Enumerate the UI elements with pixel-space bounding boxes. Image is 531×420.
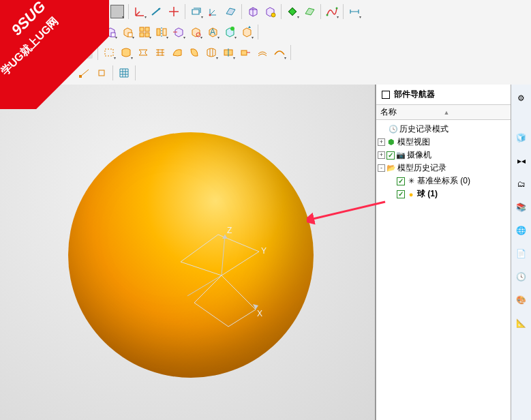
constraint-nav-button[interactable]: ▸◂ (513, 153, 530, 169)
assembly-nav-button[interactable]: 🧊 (513, 130, 530, 146)
surface-loft-icon[interactable] (135, 44, 151, 61)
feature-tree: 🕓 历史记录模式 + ⬢ 模型视图 + ✓ 📷 摄像机 - 📂 模型历史记录 (376, 120, 511, 420)
column-header[interactable]: 名称 ▲ (376, 105, 511, 120)
dimension-icon[interactable] (346, 3, 363, 20)
checkbox-icon[interactable]: ✓ (397, 190, 405, 198)
surface-patch-icon[interactable] (118, 44, 134, 61)
reuse-library-button[interactable]: 📚 (513, 199, 530, 215)
cube-view-icon[interactable] (245, 3, 261, 20)
settings-button[interactable]: ⚙ (513, 90, 530, 106)
layer-icon[interactable] (188, 3, 204, 20)
snap-cross-icon[interactable] (59, 65, 76, 81)
toolbar-row-4 (0, 63, 531, 83)
surface-sweep-icon[interactable] (169, 44, 185, 61)
move-feature-icon[interactable] (239, 24, 255, 40)
boolean-subtract-icon[interactable] (85, 24, 102, 40)
pattern-icon[interactable] (136, 24, 153, 40)
green-plane-icon[interactable] (301, 3, 318, 20)
disabled-tool-1-icon (44, 44, 61, 61)
roles-button[interactable]: 🎨 (513, 292, 530, 308)
column-sort-icon: ▲ (444, 109, 507, 116)
palette-icon: 🎨 (516, 295, 526, 305)
tree-node-model-history[interactable]: - 📂 模型历史记录 (378, 162, 509, 175)
tree-node-datum-csys[interactable]: ✓ ✳ 基准坐标系 (0) (378, 175, 509, 188)
color-swatch-button[interactable] (109, 3, 125, 20)
feature-orange2-icon[interactable] (187, 24, 204, 40)
model-sphere[interactable] (68, 132, 314, 378)
tree-node-model-views[interactable]: + ⬢ 模型视图 (378, 136, 509, 149)
boolean-unite-icon[interactable] (68, 24, 85, 40)
part-navigator-panel: 部件导航器 名称 ▲ 🕓 历史记录模式 + ⬢ 模型视图 + ✓ 📷 摄像机 (376, 85, 511, 420)
tree-node-cameras[interactable]: + ✓ 📷 摄像机 (378, 149, 509, 162)
svg-rect-7 (140, 27, 144, 31)
svg-rect-9 (140, 33, 144, 37)
tree-label: 模型视图 (397, 136, 430, 148)
surface-nnet-icon[interactable] (203, 44, 219, 61)
text-feature-icon[interactable]: A (204, 24, 221, 40)
constraint-icon: ▸◂ (517, 156, 526, 166)
tree-node-sphere[interactable]: ✓ ● 球 (1) (378, 188, 509, 200)
wave-link-icon[interactable] (222, 24, 238, 40)
panel-title-text: 部件导航器 (394, 89, 435, 100)
move-icon[interactable] (166, 3, 182, 20)
surface-trim-icon[interactable] (220, 44, 237, 61)
csys-icon[interactable] (205, 3, 222, 20)
grid-icon[interactable] (116, 65, 132, 81)
csys-icon: ✳ (406, 177, 416, 186)
feature-purple2-icon[interactable] (170, 24, 187, 40)
svg-rect-23 (79, 75, 82, 78)
checkbox-icon[interactable]: ✓ (397, 177, 405, 185)
measure-icon: 📐 (516, 318, 526, 328)
svg-point-4 (336, 7, 338, 10)
svg-point-0 (209, 14, 211, 16)
history-button[interactable]: 🕓 (513, 269, 530, 285)
expand-icon[interactable]: + (378, 151, 385, 159)
tree-node-history-mode[interactable]: 🕓 历史记录模式 (378, 123, 509, 136)
feature-cube-orange-icon[interactable] (119, 24, 136, 40)
3d-viewport[interactable]: X Z Y (0, 85, 376, 420)
feature-cube-purple-icon[interactable] (102, 24, 119, 40)
gear-icon: ⚙ (517, 93, 525, 103)
svg-rect-24 (99, 70, 104, 76)
select-rect-icon[interactable] (3, 65, 19, 81)
select-circle-icon[interactable] (20, 65, 36, 81)
toolbar-row-1 (0, 1, 531, 22)
svg-point-20 (24, 69, 32, 77)
checkbox-icon[interactable]: ✓ (386, 151, 395, 160)
svg-rect-10 (145, 33, 149, 37)
svg-rect-8 (145, 27, 149, 31)
collapse-icon[interactable]: - (378, 164, 385, 172)
surface-bridge-icon[interactable] (271, 44, 288, 61)
snap-mid-icon[interactable] (93, 65, 110, 81)
page-icon: 📄 (516, 249, 526, 258)
svg-rect-19 (7, 70, 15, 76)
svg-rect-11 (157, 29, 160, 35)
select-point-icon[interactable] (37, 65, 53, 81)
surface-offset-icon[interactable] (254, 44, 271, 61)
spline-red-icon[interactable] (324, 3, 340, 20)
wcs-icon[interactable] (132, 3, 148, 20)
camera-icon: 📷 (396, 151, 406, 160)
web-browser-button[interactable]: 🌐 (513, 222, 530, 239)
panel-title-bar: 部件导航器 (376, 85, 511, 105)
snap-end-icon[interactable] (76, 65, 93, 81)
svg-rect-18 (241, 50, 247, 55)
rect-select-icon[interactable] (101, 44, 117, 61)
mirror-icon[interactable] (153, 24, 170, 40)
surface-fill-icon[interactable] (186, 44, 202, 61)
clock-icon: 🕓 (516, 272, 526, 282)
expand-icon[interactable]: + (378, 138, 385, 146)
axis-x-icon[interactable] (149, 3, 165, 20)
disabled-tool-2-icon (61, 44, 78, 61)
plane-icon[interactable] (222, 3, 239, 20)
surface-grid-icon[interactable] (152, 44, 168, 61)
surface-extend-icon[interactable] (237, 44, 254, 61)
layer-nav-button[interactable]: 🗂 (513, 176, 530, 192)
green-diamond-icon[interactable] (284, 3, 301, 20)
color-swatch (110, 5, 124, 18)
process-studio-button[interactable]: 📐 (513, 315, 530, 331)
hd3d-button[interactable]: 📄 (513, 245, 530, 262)
resource-bar: ⚙ 🧊 ▸◂ 🗂 📚 🌐 📄 🕓 🎨 📐 (511, 85, 531, 420)
svg-point-22 (44, 72, 46, 74)
cube-key-icon[interactable] (262, 3, 278, 20)
